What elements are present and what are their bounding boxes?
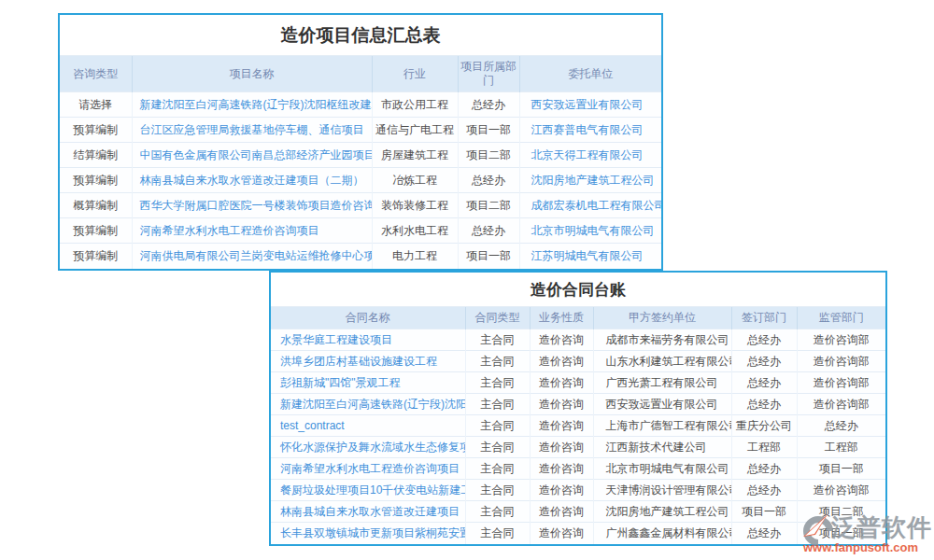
cell-link[interactable]: 西华大学附属口腔医院一号楼装饰项目造价咨询: [140, 199, 373, 212]
cell-link[interactable]: 水景华庭工程建设项目: [280, 333, 392, 346]
cell-text: 主合同: [481, 398, 515, 411]
table-row: 彭祖新城"四馆"景观工程主合同造价咨询广西光萧工程有限公司总经办造价咨询部: [271, 372, 885, 394]
column-header: 合同名称: [271, 307, 465, 329]
cell-text: 项目二部: [466, 148, 511, 161]
cell-link[interactable]: test_contract: [280, 419, 345, 432]
cell-text: 主合同: [481, 419, 515, 432]
table-cell: 怀化水源保护及舞水流域水生态修复项目合同: [271, 437, 465, 458]
cell-link[interactable]: 林南县城自来水取水管道改迁建项目（二期）: [280, 505, 465, 518]
table-cell: 项目二部: [797, 501, 885, 523]
table-cell: 请选择: [60, 92, 132, 118]
table-cell: 重庆分公司: [731, 415, 797, 437]
cell-text: 北京市明城电气有限公司: [606, 462, 729, 475]
table-cell: 主合同: [465, 394, 530, 415]
cell-text: 造价咨询: [539, 526, 584, 539]
cell-text: 重庆分公司: [736, 419, 792, 432]
cell-link[interactable]: 彭祖新城"四馆"景观工程: [280, 376, 401, 389]
table-cell: 成都宏泰机电工程有限公司: [519, 193, 661, 218]
cell-link[interactable]: 北京天得工程有限公司: [531, 148, 644, 161]
table-cell: 总经办: [797, 415, 885, 437]
cell-link[interactable]: 怀化水源保护及舞水流域水生态修复项目合同: [280, 441, 465, 454]
cell-link[interactable]: 台江区应急管理局救援基地停车棚、通信项目: [140, 123, 364, 136]
cell-text: 总经办: [747, 333, 781, 346]
table-cell: 林南县城自来水取水管道改迁建项目（二期）: [132, 168, 372, 193]
table-cell: 造价咨询: [530, 394, 593, 415]
ledger-header-row: 合同名称合同类型业务性质甲方签约单位签订部门监管部门: [271, 307, 885, 329]
table-row: 怀化水源保护及舞水流域水生态修复项目合同主合同造价咨询江西新技术代建公司工程部工…: [271, 437, 885, 458]
cell-text: 工程部: [825, 441, 858, 454]
cell-text: 总经办: [747, 462, 781, 475]
cell-text: 总经办: [472, 98, 505, 111]
table-cell: 上海市广德智工程有限公司: [593, 415, 731, 437]
table-cell: 中国有色金属有限公司南昌总部经济产业园项目二期: [132, 143, 372, 168]
cell-link[interactable]: 餐厨垃圾处理项目10千伏变电站新建工程: [280, 483, 465, 497]
table-cell: 项目二部: [458, 193, 519, 218]
table-cell: 水景华庭工程建设项目: [271, 329, 465, 351]
cell-link[interactable]: 河南供电局有限公司兰岗变电站运维抢修中心项目: [140, 249, 373, 262]
ledger-table-panel: 造价合同台账 合同名称合同类型业务性质甲方签约单位签订部门监管部门 水景华庭工程…: [269, 271, 887, 546]
table-cell: 水利水电工程: [372, 218, 458, 244]
cell-link[interactable]: 成都宏泰机电工程有限公司: [531, 199, 662, 212]
cell-text: 主合同: [481, 333, 515, 346]
cell-link[interactable]: 长丰县双墩镇城市更新项目紫桐苑安置点: [280, 526, 465, 539]
table-cell: 项目一部: [797, 458, 885, 480]
table-row: 概算编制西华大学附属口腔医院一号楼装饰项目造价咨询装饰装修工程项目二部成都宏泰机…: [60, 193, 661, 218]
cell-text: 项目一部: [819, 462, 864, 475]
cell-text: 造价咨询: [539, 419, 584, 432]
cell-text: 预算编制: [73, 174, 118, 187]
table-cell: 总经办: [731, 351, 797, 372]
table-cell: 造价咨询: [530, 437, 593, 458]
summary-header-row: 咨询类型项目名称行业项目所属部门委托单位: [60, 56, 661, 92]
cell-text: 房屋建筑工程: [381, 148, 448, 161]
cell-link[interactable]: 新建沈阳至白河高速铁路(辽宁段)沈阳枢纽改建工程: [140, 98, 373, 111]
cell-text: 主合同: [481, 462, 515, 475]
table-cell: 江西新技术代建公司: [593, 437, 731, 458]
cell-text: 水利水电工程: [381, 224, 448, 237]
cell-text: 预算编制: [73, 249, 118, 262]
cell-text: 电力工程: [392, 249, 437, 262]
cell-link[interactable]: 河南希望水利水电工程造价咨询项目: [140, 224, 319, 237]
table-cell: 造价咨询部: [797, 480, 885, 501]
cell-link[interactable]: 林南县城自来水取水管道改迁建项目（二期）: [140, 174, 364, 187]
table-cell: 主合同: [465, 372, 530, 394]
table-cell: 山东水利建筑工程有限公司: [593, 351, 731, 372]
table-cell: 总经办: [458, 92, 519, 118]
cell-link[interactable]: 西安致远置业有限公司: [531, 98, 644, 111]
cell-text: 广西光萧工程有限公司: [606, 376, 718, 389]
table-cell: 电力工程: [372, 244, 458, 269]
table-cell: 造价咨询: [530, 329, 593, 351]
cell-link[interactable]: 中国有色金属有限公司南昌总部经济产业园项目二期: [140, 148, 373, 161]
cell-text: 总经办: [747, 483, 781, 497]
table-cell: 工程部: [797, 437, 885, 458]
cell-text: 造价咨询: [539, 376, 584, 389]
column-header: 签订部门: [731, 307, 797, 329]
cell-link[interactable]: 江西赛普电气有限公司: [531, 123, 644, 136]
cell-text: 市政公用工程: [381, 98, 448, 111]
cell-text: 造价咨询: [539, 333, 584, 346]
column-header: 合同类型: [465, 307, 530, 329]
table-cell: 总经办: [458, 168, 519, 193]
table-cell: 主合同: [465, 329, 530, 351]
table-cell: 结算编制: [60, 143, 132, 168]
cell-link[interactable]: 新建沈阳至白河高速铁路(辽宁段)沈阳枢纽改建工程: [280, 398, 465, 411]
table-cell: 河南希望水利水电工程造价咨询项目: [271, 458, 465, 480]
table-cell: 造价咨询: [530, 501, 593, 523]
table-cell: 总经办: [458, 218, 519, 244]
table-row: 预算编制河南希望水利水电工程造价咨询项目水利水电工程总经办北京市明城电气有限公司: [60, 218, 661, 244]
cell-link[interactable]: 北京市明城电气有限公司: [531, 224, 655, 237]
cell-link[interactable]: 沈阳房地产建筑工程公司: [531, 174, 655, 187]
table-cell: 北京天得工程有限公司: [519, 143, 661, 168]
table-cell: 造价咨询: [530, 480, 593, 501]
cell-link[interactable]: 江苏明城电气有限公司: [531, 249, 644, 262]
table-cell: 广州鑫鑫金属材料有限公司: [593, 523, 731, 544]
cell-link[interactable]: 洪埠乡团店村基础设施建设工程: [280, 355, 437, 368]
table-cell: 餐厨垃圾处理项目10千伏变电站新建工程: [271, 480, 465, 501]
table-cell: 新建沈阳至白河高速铁路(辽宁段)沈阳枢纽改建工程: [132, 92, 372, 118]
cell-text: 概算编制: [73, 199, 118, 212]
cell-text: 主合同: [481, 376, 515, 389]
cell-link[interactable]: 河南希望水利水电工程造价咨询项目: [280, 462, 460, 475]
table-cell: 主合同: [465, 501, 530, 523]
column-header: 监管部门: [797, 307, 885, 329]
column-header: 项目名称: [132, 56, 372, 92]
table-cell: 主合同: [465, 437, 530, 458]
